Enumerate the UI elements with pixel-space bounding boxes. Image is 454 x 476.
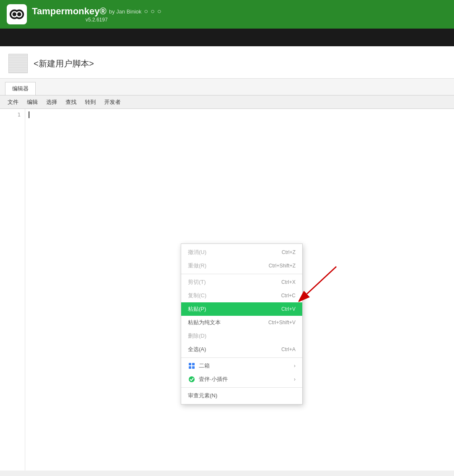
context-menu: 撤消(U) Ctrl+Z 重做(R) Ctrl+Shift+Z 剪切(T) Ct… (181, 243, 303, 405)
app-logo (7, 4, 27, 24)
svg-point-4 (13, 12, 17, 16)
ctx-erxiang-label: 二箱 (199, 362, 210, 370)
menu-find[interactable]: 查找 (61, 97, 81, 108)
svg-rect-7 (192, 363, 195, 365)
menu-developer[interactable]: 开发者 (100, 97, 125, 108)
erxiang-icon (188, 362, 195, 370)
editor-content[interactable]: 撤消(U) Ctrl+Z 重做(R) Ctrl+Shift+Z 剪切(T) Ct… (25, 109, 454, 471)
ctx-paste-plain-label: 粘贴为纯文本 (188, 319, 221, 326)
app-header: Tampermonkey® by Jan Biniok ○ ○ ○ v5.2.6… (0, 0, 454, 29)
svg-point-10 (189, 376, 195, 382)
ctx-paste-plain-shortcut: Ctrl+Shift+V (268, 320, 296, 325)
ctx-paste-plain[interactable]: 粘贴为纯文本 Ctrl+Shift+V (181, 316, 302, 329)
svg-rect-8 (189, 366, 191, 369)
script-icon (8, 54, 28, 73)
ctx-select-all[interactable]: 全选(A) Ctrl+A (181, 343, 302, 356)
header-by: by Jan Biniok (109, 8, 141, 15)
ctx-undo-label: 撤消(U) (188, 249, 206, 256)
menu-file[interactable]: 文件 (3, 97, 23, 108)
svg-rect-9 (192, 366, 195, 369)
editor-area: 1 撤消(U) Ctrl+Z 重做(R) Ctrl+Shift+Z (0, 109, 454, 471)
red-arrow-annotation (298, 262, 340, 306)
svg-point-5 (17, 12, 21, 16)
menu-select[interactable]: 选择 (42, 97, 61, 108)
black-bar (0, 29, 454, 46)
ctx-copy[interactable]: 复制(C) Ctrl+C (181, 289, 302, 302)
app-version: v5.2.6197 (32, 17, 161, 23)
ctx-divider-2 (181, 357, 302, 358)
ctx-select-all-label: 全选(A) (188, 346, 206, 353)
menu-bar: 文件 编辑 选择 查找 转到 开发者 (0, 95, 454, 109)
ctx-redo-label: 重做(R) (188, 262, 206, 270)
ctx-undo-shortcut: Ctrl+Z (282, 249, 296, 255)
ctx-inspect-label: 审查元素(N) (188, 392, 217, 399)
ctx-paste[interactable]: 粘贴(P) Ctrl+V (181, 302, 302, 316)
yiban-icon (188, 376, 195, 383)
ctx-redo-shortcut: Ctrl+Shift+Z (269, 263, 296, 269)
ctx-copy-label: 复制(C) (188, 292, 206, 299)
ctx-delete[interactable]: 删除(D) (181, 329, 302, 343)
tab-bar: 编辑器 (0, 79, 454, 95)
ctx-paste-label: 粘贴(P) (188, 305, 206, 313)
ctx-cut-shortcut: Ctrl+X (281, 279, 296, 285)
ctx-copy-shortcut: Ctrl+C (281, 293, 296, 299)
ctx-cut-label: 剪切(T) (188, 278, 206, 286)
github-icon[interactable]: ○ (144, 8, 148, 15)
menu-edit[interactable]: 编辑 (23, 97, 42, 108)
menu-goto[interactable]: 转到 (81, 97, 100, 108)
ctx-yiban-label: 壹伴·小插件 (199, 376, 228, 383)
facebook-icon[interactable]: ○ (150, 8, 155, 15)
ctx-cut[interactable]: 剪切(T) Ctrl+X (181, 275, 302, 289)
text-cursor (29, 111, 29, 118)
svg-line-12 (307, 267, 336, 294)
line-numbers: 1 (0, 109, 25, 471)
ctx-yiban[interactable]: 壹伴·小插件 › (181, 373, 302, 386)
ctx-redo[interactable]: 重做(R) Ctrl+Shift+Z (181, 259, 302, 272)
ctx-inspect[interactable]: 审查元素(N) (181, 389, 302, 402)
svg-rect-6 (189, 363, 191, 365)
ctx-undo[interactable]: 撤消(U) Ctrl+Z (181, 246, 302, 259)
tab-editor[interactable]: 编辑器 (5, 82, 36, 95)
logo-svg (9, 6, 25, 22)
ctx-select-all-shortcut: Ctrl+A (281, 346, 296, 352)
script-header: <新建用户脚本> (0, 46, 454, 79)
ctx-delete-label: 删除(D) (188, 332, 206, 340)
app-title: Tampermonkey® (32, 6, 106, 17)
script-title: <新建用户脚本> (34, 58, 94, 69)
ctx-divider-1 (181, 274, 302, 274)
ctx-yiban-arrow: › (294, 376, 296, 382)
ctx-erxiang[interactable]: 二箱 › (181, 359, 302, 373)
ctx-erxiang-arrow: › (294, 363, 296, 369)
ctx-paste-shortcut: Ctrl+V (281, 306, 296, 312)
line-number-1: 1 (0, 111, 25, 119)
header-text-group: Tampermonkey® by Jan Biniok ○ ○ ○ v5.2.6… (32, 6, 161, 23)
ctx-divider-3 (181, 387, 302, 388)
instagram-icon[interactable]: ○ (157, 8, 161, 15)
